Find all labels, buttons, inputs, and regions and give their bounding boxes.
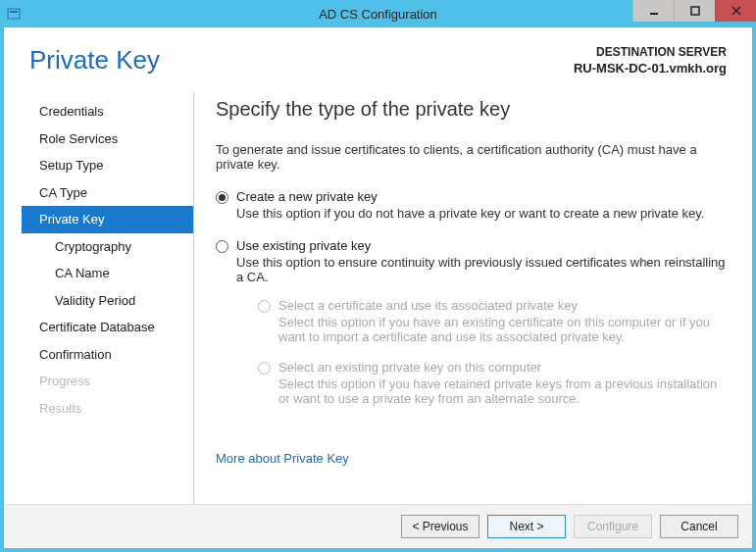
destination-server: DESTINATION SERVER RU-MSK-DC-01.vmkh.org: [574, 45, 727, 76]
sidebar-item-cryptography[interactable]: Cryptography: [22, 233, 193, 261]
sidebar-item-results: Results: [22, 395, 193, 423]
svg-rect-3: [691, 7, 699, 15]
suboption-select-key-desc: Select this option if you have retained …: [278, 376, 729, 406]
wizard-window: AD CS Configuration Private Key DESTINAT…: [4, 4, 752, 548]
footer: < Previous Next > Configure Cancel: [4, 504, 752, 548]
main-panel: Specify the type of the private key To g…: [194, 92, 734, 504]
svg-rect-0: [8, 9, 20, 19]
main-heading: Specify the type of the private key: [216, 98, 729, 121]
next-button[interactable]: Next >: [487, 515, 566, 538]
sidebar-item-confirmation[interactable]: Confirmation: [22, 341, 193, 369]
suboption-select-key-label: Select an existing private key on this c…: [278, 360, 729, 375]
maximize-button[interactable]: [674, 0, 715, 22]
close-button[interactable]: [715, 0, 756, 22]
minimize-button[interactable]: [632, 0, 674, 22]
header-row: Private Key DESTINATION SERVER RU-MSK-DC…: [22, 27, 734, 92]
sidebar-item-credentials[interactable]: Credentials: [22, 98, 193, 125]
previous-button[interactable]: < Previous: [401, 515, 479, 538]
titlebar: AD CS Configuration: [0, 0, 756, 27]
radio-create-new[interactable]: [216, 191, 228, 204]
body-row: CredentialsRole ServicesSetup TypeCA Typ…: [22, 92, 734, 504]
cancel-button[interactable]: Cancel: [660, 515, 738, 538]
suboption-select-cert-label: Select a certificate and use its associa…: [278, 298, 729, 313]
suboption-select-key: Select an existing private key on this c…: [258, 360, 729, 418]
page-title: Private Key: [29, 45, 160, 75]
option-create-new-desc: Use this option if you do not have a pri…: [236, 206, 729, 221]
option-use-existing[interactable]: Use existing private key Use this option…: [216, 238, 729, 422]
option-use-existing-label: Use existing private key: [236, 238, 729, 253]
destination-name: RU-MSK-DC-01.vmkh.org: [574, 61, 727, 77]
sidebar-item-ca-name[interactable]: CA Name: [22, 260, 193, 287]
sidebar-item-validity-period[interactable]: Validity Period: [22, 287, 193, 315]
sidebar-item-ca-type[interactable]: CA Type: [22, 179, 193, 207]
sidebar-item-private-key[interactable]: Private Key: [22, 206, 193, 233]
more-about-link[interactable]: More about Private Key: [216, 451, 349, 466]
option-create-new-label: Create a new private key: [236, 189, 729, 204]
sidebar-item-setup-type[interactable]: Setup Type: [22, 152, 193, 179]
destination-label: DESTINATION SERVER: [574, 45, 727, 61]
svg-rect-1: [10, 11, 18, 13]
sidebar: CredentialsRole ServicesSetup TypeCA Typ…: [22, 92, 194, 504]
radio-use-existing[interactable]: [216, 240, 228, 253]
svg-rect-2: [650, 13, 658, 15]
suboption-select-cert: Select a certificate and use its associa…: [258, 298, 729, 356]
suboption-select-cert-desc: Select this option if you have an existi…: [278, 315, 729, 344]
sidebar-item-certificate-database[interactable]: Certificate Database: [22, 314, 193, 341]
content-area: Private Key DESTINATION SERVER RU-MSK-DC…: [4, 27, 752, 504]
intro-text: To generate and issue certificates to cl…: [216, 142, 729, 172]
window-controls: [632, 0, 756, 27]
configure-button: Configure: [574, 515, 652, 538]
sidebar-item-role-services[interactable]: Role Services: [22, 125, 193, 153]
app-icon: [6, 6, 22, 22]
radio-select-key: [258, 362, 271, 375]
option-use-existing-desc: Use this option to ensure continuity wit…: [236, 255, 729, 284]
sidebar-item-progress: Progress: [22, 368, 193, 395]
option-create-new[interactable]: Create a new private key Use this option…: [216, 189, 729, 234]
radio-select-cert: [258, 300, 271, 313]
